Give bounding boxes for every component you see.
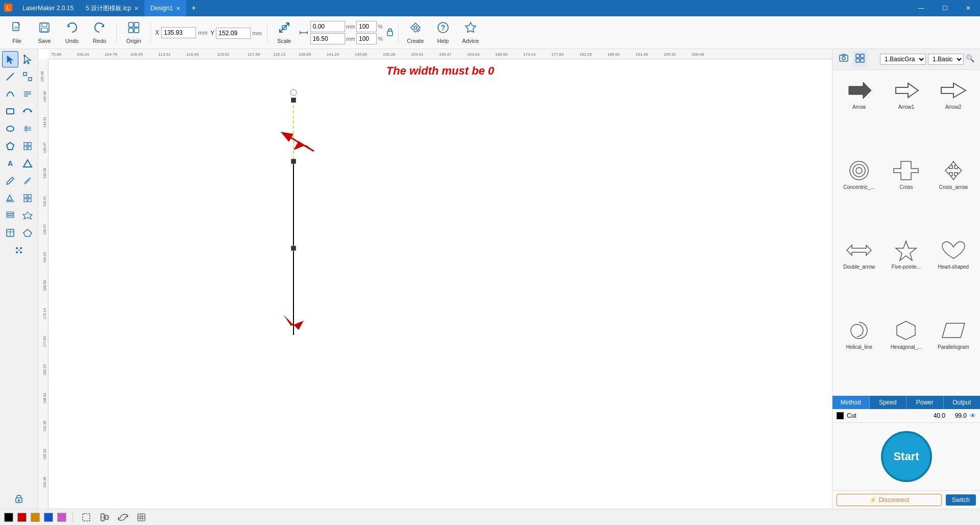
- x-unit: mm: [198, 30, 207, 36]
- save-button[interactable]: Save: [32, 19, 57, 46]
- bottom-rect-select[interactable]: [79, 510, 93, 524]
- bottom-rotate[interactable]: [116, 510, 130, 524]
- create-button[interactable]: Create: [403, 19, 428, 46]
- color-swatch-black[interactable]: [4, 513, 13, 522]
- y-input[interactable]: 152.09: [216, 28, 251, 39]
- svg-text:L: L: [7, 5, 10, 11]
- shape-cross-icon: [891, 158, 921, 183]
- help-button[interactable]: ? Help: [430, 19, 456, 46]
- fill-tool[interactable]: [2, 190, 18, 206]
- shape-search-icon[interactable]: 🔍: [966, 54, 976, 64]
- shape-cross-arrow[interactable]: Cross_arrow: [931, 154, 976, 232]
- h-pct-input[interactable]: 100: [356, 33, 377, 44]
- color-swatch-purple[interactable]: [57, 513, 66, 522]
- w-pct-input[interactable]: 100: [356, 21, 377, 32]
- color-swatch-blue[interactable]: [44, 513, 53, 522]
- tab-new-button[interactable]: +: [186, 4, 201, 13]
- scatter-tool[interactable]: [11, 242, 27, 258]
- svg-marker-118: [849, 82, 871, 99]
- ruler-vertical: 135.68 140.46 144.91 149.47 150.36 154.9…: [38, 59, 48, 509]
- maximize-button[interactable]: ☐: [933, 0, 957, 16]
- shape-hexagonal[interactable]: Hexagonal_...: [884, 314, 928, 392]
- align-tool[interactable]: [19, 86, 36, 102]
- svg-rect-116: [856, 59, 860, 62]
- ellipse-tool[interactable]: [2, 121, 18, 137]
- shape-arrow[interactable]: Arrow: [837, 74, 881, 152]
- shape-concentric[interactable]: Concentric_...: [837, 154, 881, 232]
- bottom-align[interactable]: [97, 510, 112, 524]
- origin-button[interactable]: Origin: [121, 19, 146, 46]
- coord-y-row: Y 152.09 mm: [210, 28, 261, 39]
- method-color-1[interactable]: [837, 412, 844, 419]
- tab-template[interactable]: 5.设计图模板.lcp ✕: [80, 0, 144, 16]
- method-tab-method[interactable]: Method: [832, 396, 870, 409]
- rect-tool[interactable]: [2, 103, 18, 120]
- method-tab-power[interactable]: Power: [906, 396, 944, 409]
- x-input[interactable]: 135.93: [161, 27, 196, 38]
- shape-double-arrow[interactable]: Double_arrow: [837, 234, 881, 312]
- shape-selectors: [837, 51, 867, 67]
- svg-rect-48: [7, 216, 14, 218]
- polygon-tool[interactable]: [2, 138, 18, 154]
- bottom-grid[interactable]: [134, 510, 149, 524]
- triangle-tool[interactable]: [19, 155, 36, 172]
- save-icon: [38, 21, 51, 37]
- path-tool[interactable]: [19, 103, 36, 120]
- grid-align-tool[interactable]: [19, 121, 36, 137]
- lock-icon[interactable]: [386, 27, 394, 39]
- canvas[interactable]: The width must be 0: [48, 59, 832, 509]
- grid-tool[interactable]: [19, 138, 36, 154]
- tab-design1[interactable]: Design1 ✕: [144, 0, 186, 16]
- minimize-button[interactable]: —: [910, 0, 933, 16]
- svg-text:136.69: 136.69: [299, 52, 311, 57]
- advice-button[interactable]: Advice: [458, 19, 483, 46]
- curve-tool[interactable]: [2, 86, 18, 102]
- shape-icon-tab[interactable]: [853, 51, 867, 67]
- lock-btn[interactable]: [11, 490, 27, 507]
- close-button[interactable]: ✕: [957, 0, 980, 16]
- shape-arrow1[interactable]: Arrow1: [884, 74, 928, 152]
- shape-cross[interactable]: Cross: [884, 154, 928, 232]
- svg-text:186.81: 186.81: [607, 52, 620, 57]
- undo-button[interactable]: Undo: [59, 19, 85, 46]
- tab-design1-close[interactable]: ✕: [176, 6, 180, 11]
- method-eye-1[interactable]: 👁: [970, 412, 976, 419]
- shape-tool[interactable]: [19, 207, 36, 224]
- start-button[interactable]: Start: [881, 431, 932, 482]
- svg-text:149.47: 149.47: [43, 142, 46, 153]
- layers-tool[interactable]: [2, 207, 18, 224]
- switch-button[interactable]: Switch: [946, 494, 976, 506]
- shapes-grid: Arrow Arrow1 Arrow2 Concen: [832, 70, 980, 396]
- tab-template-close[interactable]: ✕: [134, 6, 138, 11]
- text-tool[interactable]: A: [2, 155, 18, 172]
- scale-button[interactable]: Scale: [272, 19, 297, 46]
- w-input[interactable]: 0.00: [310, 21, 345, 32]
- method-tab-output[interactable]: Output: [944, 396, 981, 409]
- disconnect-button[interactable]: ⚡ Disconnect: [837, 494, 942, 506]
- shape-helical[interactable]: Helical_line: [837, 314, 881, 392]
- shape-five-pointed[interactable]: Five-pointe...: [884, 234, 928, 312]
- shape-type-select-1[interactable]: 1.BasicGra: [880, 54, 926, 65]
- canvas-area[interactable]: 75.68 100.24 104.79 109.35 113.91 118.46…: [38, 49, 832, 509]
- redo-button[interactable]: Redo: [87, 19, 112, 46]
- color-swatch-red[interactable]: [17, 513, 27, 522]
- svg-marker-130: [942, 323, 965, 338]
- select-tool[interactable]: [2, 51, 18, 67]
- file-button[interactable]: File: [4, 19, 30, 46]
- screenshot-tab[interactable]: [837, 51, 851, 67]
- arr-tool[interactable]: [19, 190, 36, 206]
- shape-parallelogram[interactable]: Parallelogram: [931, 314, 976, 392]
- shape-heart[interactable]: Heart-shaped: [931, 234, 976, 312]
- pencil-tool[interactable]: [2, 173, 18, 189]
- node-edit-tool[interactable]: [19, 51, 36, 67]
- table-tool[interactable]: [2, 225, 18, 241]
- shape-type-select-2[interactable]: 1.Basic: [928, 54, 964, 65]
- edit-tool[interactable]: [19, 173, 36, 189]
- h-input[interactable]: 16.50: [310, 33, 345, 44]
- shape-arrow2[interactable]: Arrow2: [931, 74, 976, 152]
- method-tab-speed[interactable]: Speed: [870, 396, 907, 409]
- color-swatch-orange[interactable]: [31, 513, 40, 522]
- line-tool[interactable]: [2, 68, 18, 85]
- path2-tool[interactable]: [19, 225, 36, 241]
- bezier-tool[interactable]: [19, 68, 36, 85]
